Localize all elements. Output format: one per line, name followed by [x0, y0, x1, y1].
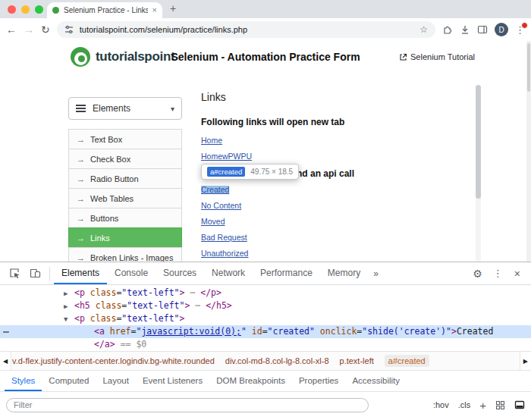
grid-overlay-icon[interactable]: [495, 400, 505, 410]
url-text[interactable]: tutorialspoint.com/selenium/practice/lin…: [80, 25, 414, 34]
page-scrollbar-thumb[interactable]: [476, 85, 481, 199]
tree-expand-arrow-icon[interactable]: ▶: [64, 287, 74, 300]
devtools-tab[interactable]: Performance: [253, 262, 320, 284]
styles-filter-input[interactable]: [6, 398, 369, 412]
api-links-section: Following links will send an api call a#…: [201, 168, 451, 258]
dom-tree-node[interactable]: ▼<p class="text-left">: [0, 312, 531, 325]
dock-side-icon[interactable]: [514, 400, 525, 410]
element-class-toggle[interactable]: .cls: [458, 400, 471, 409]
side-panel-icon[interactable]: [477, 24, 488, 35]
devtools-tab[interactable]: Console: [107, 262, 156, 284]
arrow-right-icon: →: [77, 135, 85, 144]
code-token-dim: ⋯: [184, 287, 200, 298]
sidebar-item[interactable]: → Links: [68, 227, 182, 248]
sidebar-item-label: Web Tables: [90, 194, 134, 203]
sidebar-item[interactable]: → Radio Button: [68, 168, 182, 189]
breadcrumb-item[interactable]: div.col-md-8.col-lg-8.col-xl-8: [225, 356, 329, 365]
code-token-attr: class: [90, 313, 117, 324]
chrome-menu-button[interactable]: ⋮: [515, 24, 525, 36]
page-link[interactable]: No Content: [201, 202, 241, 210]
devtools-tab[interactable]: Network: [204, 262, 253, 284]
sidebar-item-label: Buttons: [90, 214, 118, 223]
devtools-menu-icon[interactable]: ⋮: [488, 268, 508, 279]
page-link[interactable]: Home: [201, 136, 222, 145]
code-token-str: ": [241, 326, 247, 337]
site-settings-icon[interactable]: [64, 25, 74, 34]
dom-tree-node[interactable]: <a href="javascript:void(0);" id="create…: [0, 325, 531, 338]
styles-pane-tab[interactable]: Properties: [292, 371, 345, 391]
window-scrollbar[interactable]: [526, 41, 531, 262]
page-link[interactable]: Created: [201, 186, 229, 194]
styles-pane-tab[interactable]: DOM Breakpoints: [209, 371, 292, 391]
sidebar-item[interactable]: → Buttons: [68, 208, 182, 228]
styles-pane-tab[interactable]: Accessibility: [345, 371, 407, 391]
profile-avatar[interactable]: D: [495, 23, 508, 36]
settings-gear-icon[interactable]: ⚙: [467, 268, 488, 280]
arrow-right-icon: →: [77, 155, 85, 164]
styles-pane-tab[interactable]: Layout: [96, 371, 136, 391]
breadcrumb-scroll-right-icon[interactable]: ▶: [520, 352, 531, 370]
elements-dropdown[interactable]: Elements ▾: [68, 97, 182, 120]
new-style-rule-icon[interactable]: +: [479, 400, 486, 411]
page-link[interactable]: HomewPWPU: [201, 152, 252, 161]
sidebar-item[interactable]: → Web Tables: [68, 188, 182, 208]
devtools-tab[interactable]: Memory: [320, 262, 368, 284]
devtools-toolbar: ElementsConsoleSourcesNetworkPerformance…: [0, 262, 531, 285]
reload-button[interactable]: ↻: [41, 24, 50, 35]
window-scrollbar-thumb[interactable]: [527, 43, 530, 92]
links-heading: Links: [201, 91, 451, 103]
dom-tree-node[interactable]: </a> == $0: [0, 338, 531, 351]
breadcrumb-item[interactable]: a#created: [385, 355, 429, 367]
dom-tree-node[interactable]: ▶<h5 class="text-left"> ⋯ </h5>: [0, 299, 531, 312]
devtools-tab[interactable]: Sources: [156, 262, 204, 284]
address-bar[interactable]: tutorialspoint.com/selenium/practice/lin…: [57, 21, 435, 38]
browser-toolbar: ← → ↻ tutorialspoint.com/selenium/practi…: [0, 18, 531, 41]
dom-tree-node[interactable]: ▶<p class="text-left"> ⋯ </p>: [0, 287, 531, 299]
forward-button[interactable]: →: [24, 24, 34, 35]
page-link[interactable]: Unauthorized: [201, 249, 248, 258]
window-close-button[interactable]: [8, 5, 16, 14]
code-token-link: javascript:void(0);: [141, 326, 241, 337]
inspect-element-icon[interactable]: [5, 268, 25, 279]
styles-pane-tab[interactable]: Event Listeners: [136, 371, 209, 391]
code-token-attr: href: [110, 326, 131, 337]
browser-tab[interactable]: Selenium Practice - Links ×: [47, 2, 162, 18]
node-overflow-menu-icon[interactable]: ⋯: [3, 325, 9, 338]
page-scrollbar[interactable]: [476, 85, 481, 262]
sidebar-item[interactable]: → Check Box: [68, 149, 182, 169]
code-token-str: "text-left": [121, 287, 179, 298]
devtools-tab[interactable]: Elements: [54, 262, 107, 284]
more-tabs-icon[interactable]: »: [368, 268, 384, 279]
downloads-icon[interactable]: [460, 24, 470, 35]
arrow-right-icon: →: [77, 214, 85, 223]
tab-close-icon[interactable]: ×: [152, 6, 157, 14]
breadcrumb-item[interactable]: p.text-left: [340, 356, 374, 365]
pseudo-state-toggle[interactable]: :hov: [433, 400, 449, 409]
code-token-tag: <p: [74, 313, 85, 324]
brand-name: tutorialspoint: [96, 49, 174, 64]
breadcrumb-item[interactable]: v.d-flex.justify-content-center.logindiv…: [12, 356, 215, 365]
tree-expand-arrow-icon[interactable]: ▼: [64, 313, 74, 326]
hamburger-icon: [76, 108, 86, 109]
extensions-icon[interactable]: [442, 24, 453, 35]
site-logo[interactable]: tutorialspoint: [71, 47, 174, 67]
selenium-tutorial-link[interactable]: Selenium Tutorial: [399, 52, 475, 61]
code-token-plain: [247, 326, 252, 337]
breadcrumb-scroll-left-icon[interactable]: ◀: [0, 352, 11, 370]
page-link[interactable]: Moved: [201, 218, 225, 226]
bookmark-star-icon[interactable]: ☆: [419, 24, 428, 35]
device-toolbar-icon[interactable]: [25, 268, 46, 279]
devtools-close-icon[interactable]: ×: [508, 268, 526, 280]
back-button[interactable]: ←: [6, 24, 17, 35]
window-zoom-button[interactable]: [35, 5, 43, 14]
window-minimize-button[interactable]: [21, 5, 30, 14]
sidebar-item[interactable]: → Broken Links - Images: [68, 247, 182, 262]
page-link[interactable]: Bad Request: [201, 234, 247, 242]
sidebar-item[interactable]: → Text Box: [68, 129, 182, 149]
code-token-plain: [315, 326, 320, 337]
styles-pane-tab[interactable]: Computed: [42, 371, 96, 391]
tree-expand-arrow-icon[interactable]: ▶: [64, 300, 74, 313]
page-viewport: tutorialspoint Selenium - Automation Pra…: [0, 41, 531, 262]
styles-pane-tab[interactable]: Styles: [5, 371, 42, 391]
new-tab-button[interactable]: +: [170, 2, 176, 14]
